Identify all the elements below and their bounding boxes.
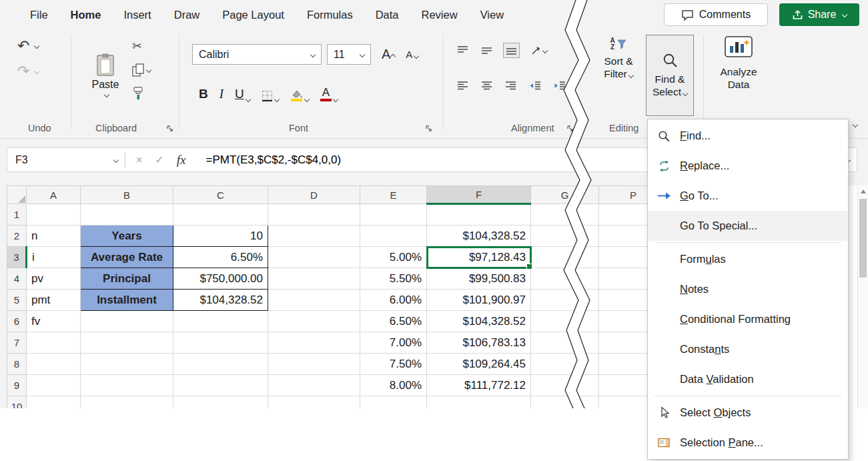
- cell[interactable]: [360, 225, 427, 247]
- clipboard-dialog-launcher-icon[interactable]: [165, 124, 174, 133]
- paste-button[interactable]: Paste: [85, 35, 125, 115]
- copy-button[interactable]: [132, 63, 151, 77]
- cell[interactable]: [27, 375, 81, 396]
- col-header-C[interactable]: C: [173, 186, 268, 204]
- cell[interactable]: [27, 354, 81, 375]
- cell[interactable]: [81, 375, 173, 396]
- cell[interactable]: [173, 204, 268, 225]
- row-header-3[interactable]: 3: [7, 247, 27, 268]
- row-header-10[interactable]: 10: [7, 396, 27, 409]
- menu-item-go-to-special[interactable]: Go To Special...: [648, 211, 848, 241]
- menu-item-formulas[interactable]: Formulas: [648, 244, 848, 274]
- cell[interactable]: [173, 375, 268, 396]
- row-header-9[interactable]: 9: [7, 375, 27, 396]
- name-box[interactable]: F3: [7, 148, 125, 171]
- redo-button[interactable]: ↷: [17, 63, 39, 80]
- col-header-D[interactable]: D: [268, 186, 360, 204]
- cell-B2[interactable]: Years: [81, 225, 173, 247]
- cell-B3[interactable]: Average Rate: [81, 247, 173, 268]
- menu-item-notes[interactable]: Notes: [648, 274, 848, 304]
- col-header-E[interactable]: E: [360, 186, 427, 204]
- comments-button[interactable]: Comments: [664, 3, 768, 26]
- cell[interactable]: [268, 290, 360, 311]
- underline-button[interactable]: U: [235, 87, 250, 101]
- cell[interactable]: [427, 204, 531, 225]
- cell-B5[interactable]: Installment: [81, 290, 173, 311]
- cell-E7[interactable]: 7.00%: [360, 332, 427, 354]
- align-top-button[interactable]: [455, 43, 470, 57]
- cell[interactable]: [427, 396, 531, 409]
- cell-F7[interactable]: $106,783.13: [427, 332, 531, 354]
- cell-C2[interactable]: 10: [173, 225, 268, 247]
- cell-E6[interactable]: 6.50%: [360, 311, 427, 332]
- cell[interactable]: [268, 204, 360, 225]
- row-header-6[interactable]: 6: [7, 311, 27, 332]
- tab-draw[interactable]: Draw: [163, 5, 211, 25]
- align-center-button[interactable]: [479, 79, 494, 93]
- cell[interactable]: [268, 332, 360, 354]
- cell-A3[interactable]: i: [27, 247, 81, 268]
- tab-data[interactable]: Data: [364, 5, 410, 25]
- row-header-8[interactable]: 8: [7, 354, 27, 375]
- select-all-corner[interactable]: [7, 186, 27, 204]
- vertical-scrollbar[interactable]: [857, 185, 868, 408]
- cell-F8[interactable]: $109,264.45: [427, 354, 531, 375]
- scrollbar-thumb[interactable]: [859, 199, 867, 278]
- align-left-button[interactable]: [455, 79, 470, 93]
- menu-item-data-validation[interactable]: Data Validation: [648, 364, 848, 394]
- cell[interactable]: [360, 396, 427, 409]
- cell[interactable]: [268, 396, 360, 409]
- format-painter-button[interactable]: [132, 87, 144, 100]
- italic-button[interactable]: I: [220, 87, 224, 101]
- cell-C5[interactable]: $104,328.52: [173, 290, 268, 311]
- cell-A2[interactable]: n: [27, 225, 81, 247]
- cell-F6[interactable]: $104,328.52: [427, 311, 531, 332]
- tab-insert[interactable]: Insert: [112, 5, 162, 25]
- cell[interactable]: [268, 375, 360, 396]
- cell-A5[interactable]: pmt: [27, 290, 81, 311]
- tab-view[interactable]: View: [469, 5, 515, 25]
- cell-F4[interactable]: $99,500.83: [427, 268, 531, 290]
- tab-file[interactable]: File: [19, 5, 59, 25]
- menu-item-select-objects[interactable]: Select Objects: [648, 398, 848, 428]
- cell[interactable]: [81, 354, 173, 375]
- cut-button[interactable]: ✂: [132, 39, 142, 53]
- row-header-7[interactable]: 7: [7, 332, 27, 354]
- cell[interactable]: [268, 311, 360, 332]
- grow-font-button[interactable]: A: [382, 47, 395, 62]
- analyze-data-button[interactable]: Analyze Data: [709, 36, 769, 91]
- row-header-4[interactable]: 4: [7, 268, 27, 290]
- col-header-B[interactable]: B: [81, 186, 173, 204]
- cell[interactable]: [173, 354, 268, 375]
- cell-A4[interactable]: pv: [27, 268, 81, 290]
- shrink-font-button[interactable]: A: [406, 49, 418, 60]
- orientation-button[interactable]: [528, 43, 549, 58]
- scroll-up-icon[interactable]: [861, 189, 866, 193]
- cell-F5[interactable]: $101,900.97: [427, 290, 531, 311]
- cell[interactable]: [27, 332, 81, 354]
- tab-home[interactable]: Home: [59, 5, 113, 25]
- find-select-button[interactable]: Find & Select: [646, 35, 694, 116]
- cell-E5[interactable]: 6.00%: [360, 290, 427, 311]
- tab-page-layout[interactable]: Page Layout: [211, 5, 296, 25]
- font-color-button[interactable]: A: [320, 87, 338, 101]
- cell-F2[interactable]: $104,328.52: [427, 225, 531, 247]
- cell-C4[interactable]: $750,000.00: [173, 268, 268, 290]
- tab-formulas[interactable]: Formulas: [296, 5, 364, 25]
- share-button[interactable]: Share: [779, 3, 859, 26]
- tab-review[interactable]: Review: [410, 5, 469, 25]
- fill-color-button[interactable]: [290, 89, 309, 101]
- cell[interactable]: [268, 247, 360, 268]
- cell-E4[interactable]: 5.50%: [360, 268, 427, 290]
- cell[interactable]: [173, 311, 268, 332]
- bold-button[interactable]: B: [199, 87, 208, 101]
- col-header-F[interactable]: F: [427, 186, 531, 204]
- font-name-select[interactable]: Calibri: [192, 44, 322, 65]
- cell[interactable]: [360, 204, 427, 225]
- align-middle-button[interactable]: [479, 43, 494, 57]
- borders-button[interactable]: [262, 90, 279, 101]
- cell[interactable]: [268, 268, 360, 290]
- menu-item-replace[interactable]: Replace...: [648, 151, 848, 181]
- cell-A6[interactable]: fv: [27, 311, 81, 332]
- align-right-button[interactable]: [503, 79, 518, 93]
